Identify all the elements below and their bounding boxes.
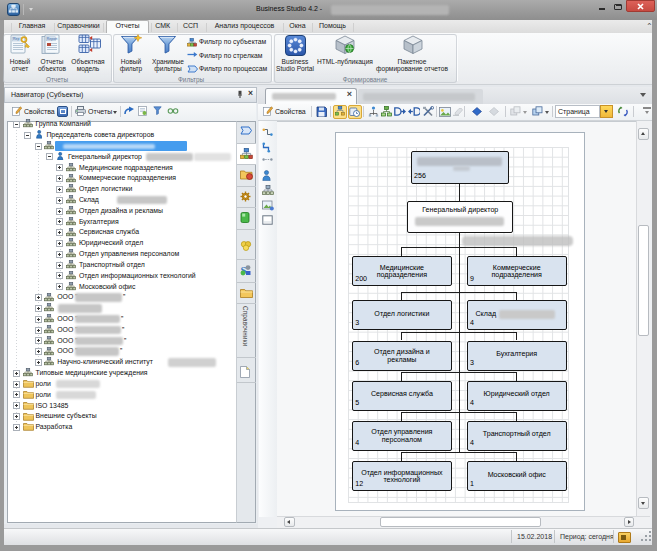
- svg-text:Report: Report: [47, 37, 58, 41]
- svg-text:Rep: Rep: [13, 37, 19, 41]
